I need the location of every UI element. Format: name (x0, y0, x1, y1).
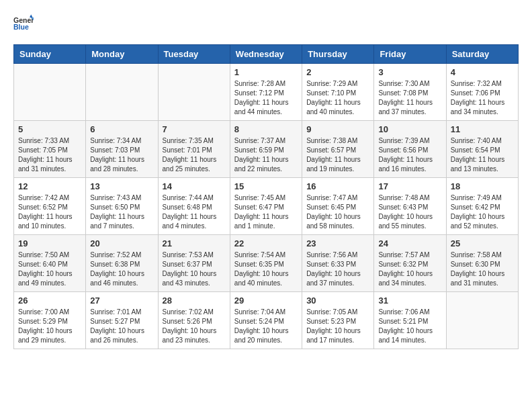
calendar-cell: 14Sunrise: 7:44 AM Sunset: 6:48 PM Dayli… (158, 178, 230, 235)
day-info: Sunrise: 7:47 AM Sunset: 6:45 PM Dayligh… (306, 193, 369, 231)
day-info: Sunrise: 7:37 AM Sunset: 6:59 PM Dayligh… (234, 136, 298, 174)
day-info: Sunrise: 7:53 AM Sunset: 6:37 PM Dayligh… (163, 250, 226, 288)
day-number: 1 (234, 67, 298, 77)
calendar-cell: 10Sunrise: 7:39 AM Sunset: 6:56 PM Dayli… (374, 121, 446, 178)
calendar-cell: 12Sunrise: 7:42 AM Sunset: 6:52 PM Dayli… (14, 178, 86, 235)
calendar-cell: 9Sunrise: 7:38 AM Sunset: 6:57 PM Daylig… (302, 121, 374, 178)
weekday-header: Thursday (302, 45, 374, 64)
day-number: 22 (234, 238, 298, 248)
day-info: Sunrise: 7:02 AM Sunset: 5:26 PM Dayligh… (163, 308, 226, 345)
calendar-week-row: 26Sunrise: 7:00 AM Sunset: 5:29 PM Dayli… (14, 292, 519, 349)
calendar-cell: 25Sunrise: 7:58 AM Sunset: 6:30 PM Dayli… (446, 235, 518, 292)
calendar-cell (86, 64, 158, 121)
calendar-cell (446, 292, 518, 349)
weekday-header: Saturday (446, 45, 518, 64)
calendar-cell: 27Sunrise: 7:01 AM Sunset: 5:27 PM Dayli… (86, 292, 158, 349)
calendar-cell: 2Sunrise: 7:29 AM Sunset: 7:10 PM Daylig… (302, 64, 374, 121)
day-number: 17 (378, 181, 441, 191)
day-info: Sunrise: 7:35 AM Sunset: 7:01 PM Dayligh… (163, 136, 226, 174)
day-number: 4 (451, 67, 514, 77)
day-info: Sunrise: 7:33 AM Sunset: 7:05 PM Dayligh… (18, 136, 81, 174)
calendar-cell: 21Sunrise: 7:53 AM Sunset: 6:37 PM Dayli… (158, 235, 230, 292)
calendar-cell: 30Sunrise: 7:05 AM Sunset: 5:23 PM Dayli… (302, 292, 374, 349)
calendar-cell: 20Sunrise: 7:52 AM Sunset: 6:38 PM Dayli… (86, 235, 158, 292)
day-info: Sunrise: 7:45 AM Sunset: 6:47 PM Dayligh… (234, 193, 298, 231)
day-number: 18 (451, 181, 514, 191)
calendar-cell: 11Sunrise: 7:40 AM Sunset: 6:54 PM Dayli… (446, 121, 518, 178)
weekday-header-row: SundayMondayTuesdayWednesdayThursdayFrid… (14, 45, 519, 64)
day-info: Sunrise: 7:01 AM Sunset: 5:27 PM Dayligh… (90, 308, 153, 345)
page-header: General Blue (13, 13, 519, 34)
day-number: 3 (378, 67, 441, 77)
weekday-header: Monday (86, 45, 158, 64)
day-number: 10 (378, 124, 441, 134)
day-info: Sunrise: 7:06 AM Sunset: 5:21 PM Dayligh… (378, 308, 441, 345)
day-info: Sunrise: 7:52 AM Sunset: 6:38 PM Dayligh… (90, 250, 153, 288)
calendar-cell: 22Sunrise: 7:54 AM Sunset: 6:35 PM Dayli… (230, 235, 302, 292)
calendar-week-row: 1Sunrise: 7:28 AM Sunset: 7:12 PM Daylig… (14, 64, 519, 121)
calendar-cell: 31Sunrise: 7:06 AM Sunset: 5:21 PM Dayli… (374, 292, 446, 349)
day-number: 14 (163, 181, 226, 191)
calendar-cell: 26Sunrise: 7:00 AM Sunset: 5:29 PM Dayli… (14, 292, 86, 349)
day-number: 24 (378, 238, 441, 248)
day-number: 31 (378, 295, 441, 306)
day-number: 28 (163, 295, 226, 306)
day-info: Sunrise: 7:58 AM Sunset: 6:30 PM Dayligh… (451, 250, 514, 288)
svg-text:Blue: Blue (13, 23, 29, 31)
day-info: Sunrise: 7:30 AM Sunset: 7:08 PM Dayligh… (378, 79, 441, 117)
day-info: Sunrise: 7:34 AM Sunset: 7:03 PM Dayligh… (90, 136, 153, 174)
weekday-header: Wednesday (230, 45, 302, 64)
day-number: 6 (90, 124, 153, 134)
calendar-cell: 18Sunrise: 7:49 AM Sunset: 6:42 PM Dayli… (446, 178, 518, 235)
day-number: 15 (234, 181, 298, 191)
day-number: 11 (451, 124, 514, 134)
day-info: Sunrise: 7:43 AM Sunset: 6:50 PM Dayligh… (90, 193, 153, 231)
logo: General Blue (13, 13, 34, 34)
weekday-header: Friday (374, 45, 446, 64)
day-number: 2 (306, 67, 369, 77)
day-number: 25 (451, 238, 514, 248)
weekday-header: Tuesday (158, 45, 230, 64)
day-info: Sunrise: 7:38 AM Sunset: 6:57 PM Dayligh… (306, 136, 369, 174)
calendar-cell: 8Sunrise: 7:37 AM Sunset: 6:59 PM Daylig… (230, 121, 302, 178)
day-number: 27 (90, 295, 153, 306)
day-info: Sunrise: 7:00 AM Sunset: 5:29 PM Dayligh… (18, 308, 81, 345)
day-info: Sunrise: 7:44 AM Sunset: 6:48 PM Dayligh… (163, 193, 226, 231)
day-number: 26 (18, 295, 81, 306)
day-info: Sunrise: 7:39 AM Sunset: 6:56 PM Dayligh… (378, 136, 441, 174)
logo-icon: General Blue (13, 13, 34, 34)
day-info: Sunrise: 7:05 AM Sunset: 5:23 PM Dayligh… (306, 308, 369, 345)
day-info: Sunrise: 7:54 AM Sunset: 6:35 PM Dayligh… (234, 250, 298, 288)
day-info: Sunrise: 7:48 AM Sunset: 6:43 PM Dayligh… (378, 193, 441, 231)
calendar-week-row: 5Sunrise: 7:33 AM Sunset: 7:05 PM Daylig… (14, 121, 519, 178)
calendar-table: SundayMondayTuesdayWednesdayThursdayFrid… (13, 44, 519, 349)
day-number: 29 (234, 295, 298, 306)
day-info: Sunrise: 7:57 AM Sunset: 6:32 PM Dayligh… (378, 250, 441, 288)
calendar-cell: 5Sunrise: 7:33 AM Sunset: 7:05 PM Daylig… (14, 121, 86, 178)
calendar-cell: 16Sunrise: 7:47 AM Sunset: 6:45 PM Dayli… (302, 178, 374, 235)
day-info: Sunrise: 7:50 AM Sunset: 6:40 PM Dayligh… (18, 250, 81, 288)
calendar-cell: 7Sunrise: 7:35 AM Sunset: 7:01 PM Daylig… (158, 121, 230, 178)
day-number: 8 (234, 124, 298, 134)
day-info: Sunrise: 7:32 AM Sunset: 7:06 PM Dayligh… (451, 79, 514, 117)
weekday-header: Sunday (14, 45, 86, 64)
calendar-cell (14, 64, 86, 121)
day-number: 12 (18, 181, 81, 191)
calendar-cell: 13Sunrise: 7:43 AM Sunset: 6:50 PM Dayli… (86, 178, 158, 235)
day-number: 20 (90, 238, 153, 248)
calendar-cell: 23Sunrise: 7:56 AM Sunset: 6:33 PM Dayli… (302, 235, 374, 292)
calendar-cell: 24Sunrise: 7:57 AM Sunset: 6:32 PM Dayli… (374, 235, 446, 292)
day-info: Sunrise: 7:04 AM Sunset: 5:24 PM Dayligh… (234, 308, 298, 345)
calendar-cell: 29Sunrise: 7:04 AM Sunset: 5:24 PM Dayli… (230, 292, 302, 349)
day-info: Sunrise: 7:29 AM Sunset: 7:10 PM Dayligh… (306, 79, 369, 117)
day-number: 9 (306, 124, 369, 134)
calendar-cell: 15Sunrise: 7:45 AM Sunset: 6:47 PM Dayli… (230, 178, 302, 235)
calendar-cell (158, 64, 230, 121)
day-info: Sunrise: 7:40 AM Sunset: 6:54 PM Dayligh… (451, 136, 514, 174)
day-info: Sunrise: 7:42 AM Sunset: 6:52 PM Dayligh… (18, 193, 81, 231)
day-number: 19 (18, 238, 81, 248)
calendar-cell: 28Sunrise: 7:02 AM Sunset: 5:26 PM Dayli… (158, 292, 230, 349)
calendar-cell: 19Sunrise: 7:50 AM Sunset: 6:40 PM Dayli… (14, 235, 86, 292)
day-number: 5 (18, 124, 81, 134)
calendar-week-row: 12Sunrise: 7:42 AM Sunset: 6:52 PM Dayli… (14, 178, 519, 235)
